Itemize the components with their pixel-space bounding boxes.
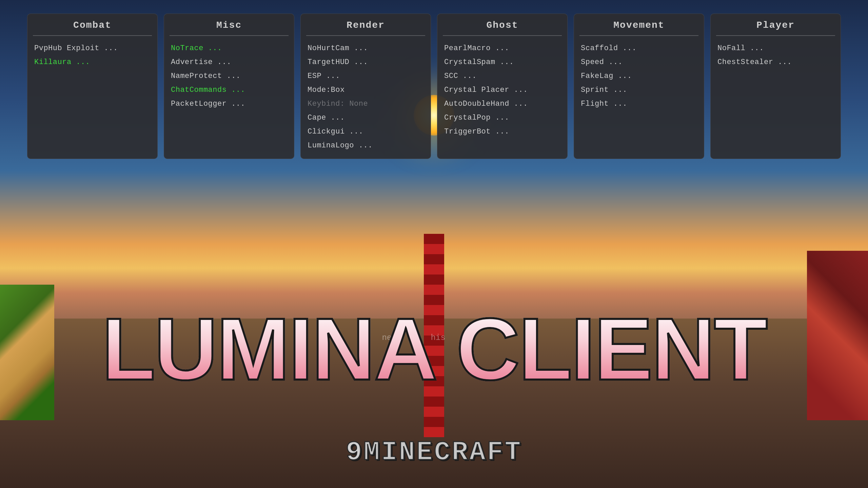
panel-item-player-0[interactable]: NoFall ... — [716, 41, 835, 55]
panel-ghost: GhostPearlMacro ...CrystalSpam ...SCC ..… — [437, 14, 568, 159]
minecraft-brand: 9MINECRAFT — [346, 437, 522, 468]
panel-item-misc-4[interactable]: PacketLogger ... — [170, 97, 289, 111]
panel-item-movement-2[interactable]: FakeLag ... — [579, 69, 698, 83]
panel-item-ghost-3[interactable]: Crystal Placer ... — [443, 83, 562, 97]
brand-nine: 9 — [346, 437, 363, 468]
panel-divider-ghost — [443, 35, 562, 36]
panel-title-ghost: Ghost — [443, 20, 562, 30]
panel-item-player-1[interactable]: ChestStealer ... — [716, 55, 835, 69]
panel-item-render-2[interactable]: ESP ... — [306, 69, 425, 83]
panel-item-movement-4[interactable]: Flight ... — [579, 97, 698, 111]
panel-item-misc-0[interactable]: NoTrace ... — [170, 41, 289, 55]
panel-misc: MiscNoTrace ...Advertise ...NameProtect … — [164, 14, 294, 159]
panel-item-movement-1[interactable]: Speed ... — [579, 55, 698, 69]
panel-item-ghost-4[interactable]: AutoDoubleHand ... — [443, 97, 562, 111]
panel-divider-render — [306, 35, 425, 36]
panel-item-ghost-5[interactable]: CrystalPop ... — [443, 111, 562, 125]
panel-item-render-1[interactable]: TargetHUD ... — [306, 55, 425, 69]
panel-item-render-4[interactable]: Keybind: None — [306, 97, 425, 111]
panel-item-movement-3[interactable]: Sprint ... — [579, 83, 698, 97]
panel-divider-misc — [170, 35, 289, 36]
panel-item-render-5[interactable]: Cape ... — [306, 111, 425, 125]
panel-render: RenderNoHurtCam ...TargetHUD ...ESP ...M… — [300, 14, 431, 159]
panel-item-render-7[interactable]: LuminaLogo ... — [306, 139, 425, 152]
panel-item-render-0[interactable]: NoHurtCam ... — [306, 41, 425, 55]
panel-item-ghost-6[interactable]: TriggerBot ... — [443, 125, 562, 139]
panel-title-movement: Movement — [579, 20, 698, 30]
panel-movement: MovementScaffold ...Speed ...FakeLag ...… — [574, 14, 704, 159]
lumina-client-title: LUMINA CLIENT — [0, 305, 868, 393]
panel-divider-player — [716, 35, 835, 36]
lumina-client-label: LUMINA CLIENT — [102, 305, 766, 393]
panel-item-ghost-2[interactable]: SCC ... — [443, 69, 562, 83]
panel-title-misc: Misc — [170, 20, 289, 30]
panel-item-misc-2[interactable]: NameProtect ... — [170, 69, 289, 83]
panels-container: CombatPvpHub Exploit ...Killaura ...Misc… — [27, 14, 841, 159]
panel-item-combat-0[interactable]: PvpHub Exploit ... — [33, 41, 152, 55]
panel-item-misc-1[interactable]: Advertise ... — [170, 55, 289, 69]
panel-item-render-6[interactable]: Clickgui ... — [306, 125, 425, 139]
panel-divider-movement — [579, 35, 698, 36]
panel-combat: CombatPvpHub Exploit ...Killaura ... — [27, 14, 158, 159]
panel-item-movement-0[interactable]: Scaffold ... — [579, 41, 698, 55]
panel-player: PlayerNoFall ...ChestStealer ... — [710, 14, 841, 159]
panel-item-ghost-1[interactable]: CrystalSpam ... — [443, 55, 562, 69]
panel-item-combat-1[interactable]: Killaura ... — [33, 55, 152, 69]
panel-divider-combat — [33, 35, 152, 36]
panel-title-render: Render — [306, 20, 425, 30]
panel-item-misc-3[interactable]: ChatCommands ... — [170, 83, 289, 97]
panel-title-player: Player — [716, 20, 835, 30]
panel-item-ghost-0[interactable]: PearlMacro ... — [443, 41, 562, 55]
brand-minecraft: MINECRAFT — [363, 437, 522, 468]
panel-title-combat: Combat — [33, 20, 152, 30]
panel-item-render-3[interactable]: Mode:Box — [306, 83, 425, 97]
